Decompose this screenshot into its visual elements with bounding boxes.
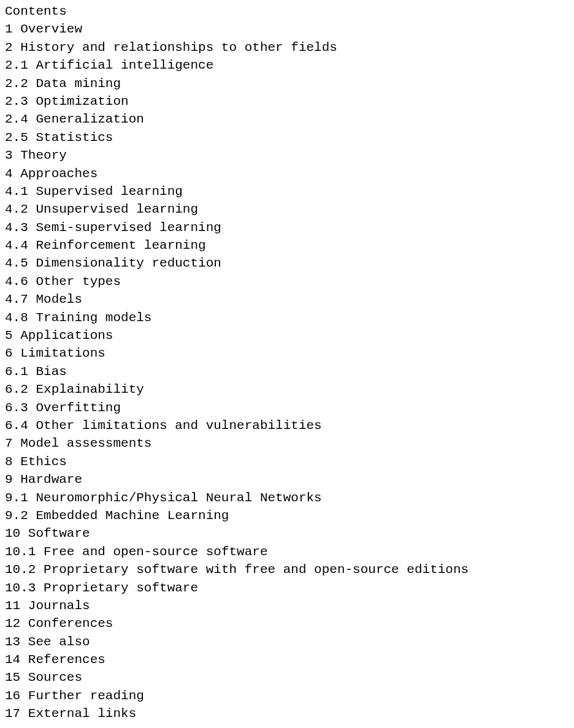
toc-item-number: 11 [5,599,20,613]
toc-item-number: 4 [5,167,13,181]
toc-item-title: External links [28,707,136,721]
toc-item-number: 4.3 [5,221,28,235]
toc-item[interactable]: 6.3 Overfitting [5,399,569,417]
toc-item[interactable]: 1 Overview [5,20,569,38]
toc-item-number: 4.5 [5,256,28,270]
toc-item-title: Overfitting [36,401,121,415]
toc-item[interactable]: 10.1 Free and open-source software [5,543,569,561]
toc-item-title: Journals [28,599,90,613]
toc-item[interactable]: 4.7 Models [5,290,569,308]
toc-item[interactable]: 6.2 Explainability [5,381,569,398]
toc-item[interactable]: 6.4 Other limitations and vulnerabilitie… [5,417,569,434]
toc-item[interactable]: 2.1 Artificial intelligence [5,56,569,74]
toc-item-number: 9.2 [5,509,28,523]
toc-item-number: 15 [5,670,20,684]
toc-item[interactable]: 9.2 Embedded Machine Learning [5,507,569,525]
toc-item-number: 16 [5,689,20,703]
toc-item-number: 6.4 [5,419,28,433]
toc-item-title: Explainability [36,382,144,396]
toc-item[interactable]: 5 Applications [5,327,569,344]
toc-item-number: 14 [5,653,20,667]
toc-item[interactable]: 4.2 Unsupervised learning [5,200,569,218]
toc-item-number: 17 [5,707,20,721]
toc-item-number: 9.1 [5,491,28,505]
toc-item[interactable]: 13 See also [5,633,569,651]
toc-item-number: 1 [5,22,13,36]
toc-item-number: 13 [5,635,20,649]
toc-item-title: Ethics [20,455,67,469]
toc-item-title: Embedded Machine Learning [36,509,229,523]
toc-item[interactable]: 2 History and relationships to other fie… [5,39,569,56]
toc-item[interactable]: 4 Approaches [5,165,569,183]
toc-item-title: Approaches [20,167,98,181]
toc-item-number: 6.1 [5,365,28,379]
toc-item-number: 6.2 [5,382,28,396]
toc-item-title: Applications [20,328,113,343]
toc-item-title: Data mining [36,77,121,91]
toc-item-number: 6.3 [5,401,28,415]
toc-item[interactable]: 2.5 Statistics [5,129,569,146]
toc-item[interactable]: 2.3 Optimization [5,93,569,110]
toc-item-number: 7 [5,436,13,450]
toc-item[interactable]: 6 Limitations [5,344,569,362]
toc-item-title: Free and open-source software [44,545,267,559]
toc-item-title: Artificial intelligence [36,58,213,72]
toc-item-title: Generalization [36,112,144,126]
toc-item-title: Bias [36,365,66,379]
toc-item-title: Training models [36,311,151,325]
toc-item[interactable]: 4.1 Supervised learning [5,183,569,200]
toc-item-title: Further reading [28,689,144,703]
toc-item[interactable]: 16 Further reading [5,687,569,705]
toc-item[interactable]: 2.2 Data mining [5,75,569,93]
toc-item[interactable]: 10 Software [5,525,569,542]
toc-item-title: References [28,653,105,667]
toc-item-number: 12 [5,616,20,631]
toc-item[interactable]: 4.5 Dimensionality reduction [5,254,569,272]
toc-item[interactable]: 17 External links [5,705,569,722]
toc-item-number: 4.6 [5,275,28,289]
toc-item-title: Theory [20,148,67,162]
toc-item-title: History and relationships to other field… [20,40,337,55]
toc-item[interactable]: 4.6 Other types [5,273,569,290]
toc-item-title: Software [28,526,90,540]
toc-item[interactable]: 11 Journals [5,597,569,615]
toc-item-title: Models [36,292,82,306]
toc-item-title: Sources [28,670,82,684]
toc-item-title: See also [28,635,90,649]
toc-item-number: 2.4 [5,112,28,126]
contents-heading: Contents [5,2,569,20]
toc-item[interactable]: 2.4 Generalization [5,110,569,128]
toc-item-number: 4.7 [5,292,28,306]
toc-item[interactable]: 14 References [5,651,569,669]
toc-item-number: 2.5 [5,131,28,145]
toc-item-number: 2.1 [5,58,28,72]
toc-item-title: Hardware [20,472,82,487]
toc-item-title: Semi-supervised learning [36,221,221,235]
toc-item[interactable]: 10.3 Proprietary software [5,579,569,597]
toc-item-title: Supervised learning [36,184,182,199]
toc-item-title: Dimensionality reduction [36,256,221,270]
toc-item[interactable]: 4.3 Semi-supervised learning [5,219,569,237]
toc-item[interactable]: 7 Model assessments [5,434,569,452]
toc-item[interactable]: 6.1 Bias [5,363,569,381]
toc-item-number: 4.4 [5,238,28,252]
toc-item-number: 4.8 [5,311,28,325]
toc-item[interactable]: 9 Hardware [5,471,569,488]
toc-item[interactable]: 4.8 Training models [5,309,569,327]
toc-item-number: 4.1 [5,184,28,199]
toc-item[interactable]: 4.4 Reinforcement learning [5,237,569,254]
toc-item-title: Model assessments [20,436,151,450]
toc-item-title: Proprietary software [44,581,198,595]
toc-item[interactable]: 12 Conferences [5,615,569,632]
toc-item[interactable]: 8 Ethics [5,453,569,471]
toc-item[interactable]: 9.1 Neuromorphic/Physical Neural Network… [5,489,569,507]
toc-item[interactable]: 15 Sources [5,669,569,686]
toc-item-number: 8 [5,455,13,469]
toc-item-number: 2.3 [5,94,28,108]
toc-item-number: 9 [5,472,13,487]
toc-item[interactable]: 10.2 Proprietary software with free and … [5,561,569,578]
toc-item-number: 6 [5,346,13,360]
toc-item-title: Proprietary software with free and open-… [44,563,469,577]
toc-item[interactable]: 3 Theory [5,146,569,164]
toc-item-title: Statistics [36,131,113,145]
